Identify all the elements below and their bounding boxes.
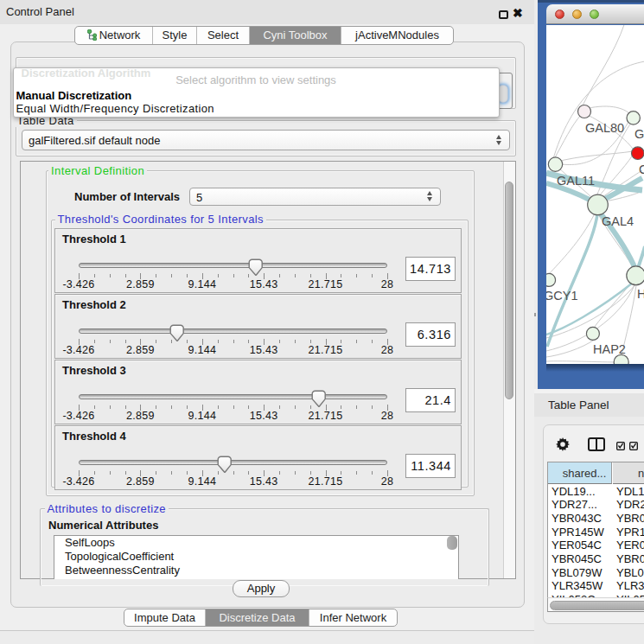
svg-text:GAL80: GAL80: [585, 121, 624, 135]
svg-text:GAL: GAL: [634, 127, 644, 141]
svg-text:GCY1: GCY1: [546, 289, 578, 303]
svg-text:HAP2: HAP2: [593, 342, 626, 356]
svg-text:H: H: [637, 287, 644, 301]
svg-text:CY: CY: [639, 163, 644, 176]
svg-text:GAL4: GAL4: [602, 214, 634, 228]
svg-text:GAL11: GAL11: [557, 174, 595, 188]
